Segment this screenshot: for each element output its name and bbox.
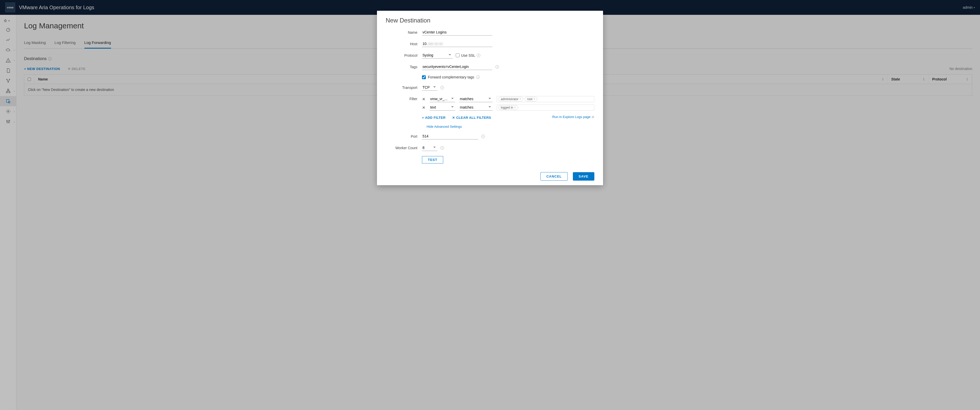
info-icon[interactable]: i <box>481 135 485 138</box>
port-label: Port <box>386 135 422 138</box>
worker-count-label: Worker Count <box>386 146 422 150</box>
run-explore-label: Run in Explore Logs page <box>552 115 590 119</box>
filter-block: ✕ vmw_vr_... matches administrator× root… <box>422 96 594 120</box>
filter-value-input[interactable]: administrator× root× <box>496 96 594 102</box>
chip-remove-icon[interactable]: × <box>514 106 516 109</box>
tags-input[interactable] <box>422 63 492 70</box>
filter-field-select[interactable]: text <box>430 104 455 111</box>
run-explore-link[interactable]: Run in Explore Logs page ⊕ <box>552 115 594 119</box>
info-icon[interactable]: i <box>477 54 480 57</box>
info-icon[interactable]: i <box>441 146 444 150</box>
protocol-label: Protocol <box>386 54 422 57</box>
modal-overlay: New Destination Name Host xxx xx xx Prot… <box>0 0 980 410</box>
x-icon: ✕ <box>452 116 455 120</box>
use-ssl-label: Use SSL <box>461 54 475 57</box>
remove-filter-button[interactable]: ✕ <box>422 97 426 101</box>
info-icon[interactable]: i <box>495 65 499 69</box>
filter-value-input[interactable]: logged in× <box>496 104 594 111</box>
info-icon[interactable]: i <box>476 75 480 79</box>
host-blurred: xxx xx xx <box>428 42 443 46</box>
port-input[interactable] <box>422 133 478 139</box>
filter-field-select[interactable]: vmw_vr_... <box>430 96 455 102</box>
hide-advanced-link[interactable]: Hide Advanced Settings <box>426 125 594 128</box>
cancel-button[interactable]: CANCEL <box>540 172 568 180</box>
chip-remove-icon[interactable]: × <box>519 98 521 100</box>
transport-select[interactable]: TCP <box>422 84 438 91</box>
host-label: Host <box>386 42 422 46</box>
modal-actions: CANCEL SAVE <box>386 169 594 183</box>
modal-title: New Destination <box>386 17 594 24</box>
chip-remove-icon[interactable]: × <box>533 98 535 100</box>
filter-operator-select[interactable]: matches <box>459 96 493 102</box>
filter-row: ✕ text matches logged in× <box>422 104 594 111</box>
worker-count-select[interactable]: 8 <box>422 145 438 151</box>
add-filter-button[interactable]: +ADD FILTER <box>422 116 445 120</box>
name-label: Name <box>386 30 422 35</box>
clear-filters-label: CLEAR ALL FILTERS <box>456 116 491 120</box>
forward-complementary-label: Forward complementary tags <box>428 75 474 79</box>
chip-label: logged in <box>501 106 513 109</box>
filter-operator-select[interactable]: matches <box>459 104 493 111</box>
filter-label: Filter <box>386 96 422 101</box>
protocol-select[interactable]: Syslog <box>422 52 453 59</box>
plus-icon: + <box>422 116 424 120</box>
filter-chip[interactable]: root× <box>525 97 537 101</box>
chip-label: administrator <box>501 97 519 101</box>
tags-label: Tags <box>386 65 422 69</box>
filter-chip[interactable]: logged in× <box>498 105 518 110</box>
test-button[interactable]: TEST <box>422 156 443 163</box>
remove-filter-button[interactable]: ✕ <box>422 106 426 109</box>
chip-label: root <box>527 97 533 101</box>
forward-complementary-checkbox[interactable] <box>422 75 426 79</box>
filter-row: ✕ vmw_vr_... matches administrator× root… <box>422 96 594 102</box>
name-input[interactable] <box>422 29 492 35</box>
new-destination-modal: New Destination Name Host xxx xx xx Prot… <box>377 11 603 185</box>
filter-chip[interactable]: administrator× <box>498 97 523 101</box>
transport-label: Transport <box>386 85 422 90</box>
add-filter-label: ADD FILTER <box>425 116 445 120</box>
info-icon[interactable]: i <box>441 86 444 89</box>
save-button[interactable]: SAVE <box>573 172 594 180</box>
external-icon: ⊕ <box>592 115 594 119</box>
clear-filters-button[interactable]: ✕CLEAR ALL FILTERS <box>452 116 491 120</box>
use-ssl-checkbox[interactable] <box>456 54 460 57</box>
